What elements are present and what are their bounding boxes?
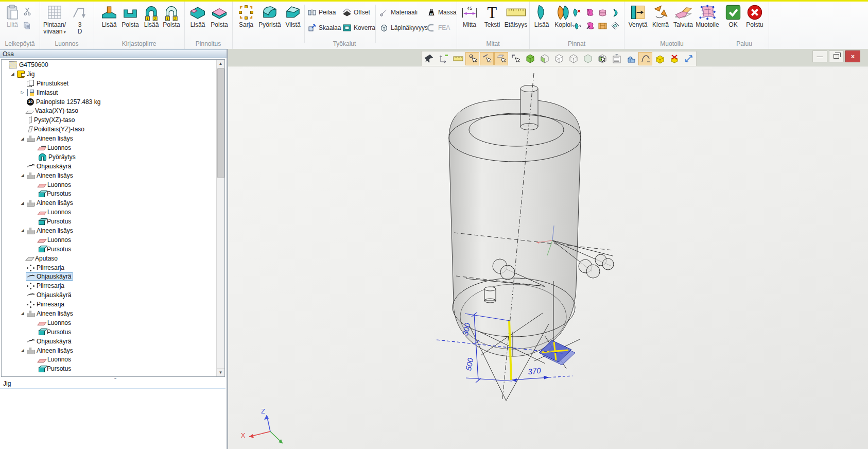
mass-button[interactable]: 10 Massa [427, 6, 456, 19]
mirror-button[interactable]: Peilaa [307, 6, 336, 19]
tree-item[interactable]: Vaaka(XY)-taso [2, 106, 217, 115]
tree-item[interactable]: Piirresarja [2, 300, 217, 309]
fea-button[interactable]: FEA [427, 21, 450, 34]
wireframe-view-button[interactable] [552, 52, 566, 65]
tree-item[interactable]: ◢ Aineen lisäys [2, 346, 217, 355]
tree-expander[interactable]: ▷ [19, 90, 26, 95]
scroll-up-icon[interactable]: ▲ [217, 60, 224, 67]
surface-patch-icon[interactable] [598, 21, 607, 31]
scroll-down-icon[interactable]: ▼ [217, 368, 224, 376]
tree-item[interactable]: Ohjauskäyrä [2, 290, 217, 300]
snap-plane-button[interactable] [494, 52, 508, 65]
tree-item[interactable]: Luonnos [2, 143, 217, 152]
tree-item[interactable]: ◢ Aineen lisäys [2, 171, 217, 180]
coating-add-button[interactable]: Lisää [187, 4, 208, 36]
tree-expander[interactable]: ◢ [19, 173, 26, 178]
dim-370-label[interactable]: 370 [528, 366, 542, 376]
coating-remove-button[interactable]: Poista [209, 4, 230, 36]
part-view-button[interactable] [624, 52, 638, 65]
vessel-model[interactable] [449, 85, 581, 357]
tree-item[interactable]: Pysty(XZ)-taso [2, 115, 217, 125]
tree-item[interactable]: ◢ Aineen lisäys [2, 198, 217, 208]
pin-button[interactable] [422, 52, 436, 65]
tree-item[interactable]: Pursotus [2, 189, 217, 198]
stretch-button[interactable]: Venytä [627, 4, 649, 36]
tree-item[interactable]: Luonnos [2, 318, 217, 327]
tree-item[interactable]: ◢ Aineen lisäys [2, 309, 217, 318]
tree-item[interactable]: Ohjauskäyrä [2, 272, 217, 281]
dim-500-label[interactable]: 500 [464, 357, 475, 371]
shaded-edges-view-button[interactable] [537, 52, 551, 65]
dimension-button[interactable]: 45 Mitta [458, 4, 481, 36]
tree-item[interactable]: ◢ Aineen lisäys [2, 226, 217, 235]
surface-delete-icon[interactable] [572, 8, 582, 18]
close-button[interactable]: × [845, 50, 860, 62]
tree-expander[interactable]: ◢ [19, 348, 26, 353]
3d-viewport[interactable]: 300 500 370 Z X [228, 66, 868, 449]
surface-add-button[interactable]: Lisää [531, 4, 552, 36]
snap-point-button[interactable] [465, 52, 479, 65]
library-remove2-button[interactable]: 12 Poista [161, 4, 182, 36]
restore-button[interactable] [829, 50, 844, 62]
library-remove-button[interactable]: Poista [119, 4, 141, 36]
tree-item[interactable]: Aputaso [2, 254, 217, 263]
bend-button[interactable]: Taivuta [671, 4, 695, 36]
minimize-button[interactable]: — [812, 50, 827, 62]
section-off-button[interactable] [667, 52, 681, 65]
tree-expander[interactable]: ◢ [19, 228, 26, 233]
tree-item[interactable]: Luonnos [2, 180, 217, 189]
tree-item[interactable]: ◢ Jig [2, 70, 217, 79]
library-add2-button[interactable]: 12 Lisää [141, 4, 162, 36]
measure-button[interactable] [437, 52, 450, 65]
cut-icon[interactable] [23, 7, 32, 16]
tree-item[interactable]: ▷ Ilmiasut [2, 88, 217, 97]
concave-button[interactable]: Koverra [342, 21, 375, 34]
tree-item[interactable]: Piirustukset [2, 79, 217, 88]
tree-item[interactable]: Pyöräytys [2, 152, 217, 162]
tree-item[interactable]: Pursotus [2, 245, 217, 254]
distance-button[interactable]: Etäisyys [504, 4, 528, 36]
sketch-3d-button[interactable]: 3D [71, 4, 89, 36]
tree-item[interactable]: Piirresarja [2, 281, 217, 290]
text-button[interactable]: T Teksti [481, 4, 504, 36]
rotate-button[interactable]: Kierrä [650, 4, 671, 36]
tree-item[interactable]: Luonnos [2, 355, 217, 365]
tree-item[interactable]: Painopiste 1257.483 kg [2, 97, 217, 107]
hidden-line-view-button[interactable] [566, 52, 580, 65]
paste-button[interactable]: Liitä [2, 4, 23, 36]
tree-item[interactable]: Pursotus [2, 217, 217, 226]
pick-element-button[interactable] [509, 52, 523, 65]
fillet-button[interactable]: Pyöristä [257, 4, 283, 36]
ruler-button[interactable] [451, 52, 465, 65]
surface-extend-icon[interactable] [598, 8, 607, 18]
to-surface-line-button[interactable]: Pintaan/viivaan ▾ [41, 4, 68, 36]
tree-item[interactable]: Poikittais(YZ)-taso [2, 125, 217, 134]
tree-item[interactable]: Ohjauskäyrä [2, 162, 217, 171]
select-face-button[interactable] [595, 52, 609, 65]
offset-button[interactable]: Offset [342, 6, 370, 19]
morph-button[interactable]: Muotoile [696, 4, 719, 36]
tree-item[interactable]: Luonnos [2, 208, 217, 217]
ghost-view-button[interactable] [581, 52, 595, 65]
ok-button[interactable]: OK [724, 4, 742, 36]
guide-curve-button[interactable] [638, 52, 652, 65]
snap-line-button[interactable] [480, 52, 494, 65]
transparency-button[interactable]: Läpinäkyvyys [379, 21, 428, 34]
tree-item[interactable]: Pursotus [2, 327, 217, 337]
surface-trim-icon[interactable] [585, 8, 595, 18]
tree-scrollbar[interactable]: ▲ ▼ [216, 60, 224, 376]
tree-expander[interactable]: ◢ [9, 72, 16, 76]
scrollbar-thumb[interactable] [217, 68, 224, 178]
tree-expander[interactable]: ◢ [19, 201, 26, 205]
tree-item[interactable]: G4T50600 [2, 60, 217, 70]
tree-item[interactable]: Piirresarja [2, 263, 217, 272]
surface-flip-icon[interactable] [611, 8, 620, 18]
chamfer-button[interactable]: Viistä [283, 4, 303, 36]
surface-move-icon[interactable] [572, 21, 582, 31]
series-button[interactable]: Sarja [235, 4, 257, 36]
tree-item[interactable]: Luonnos [2, 235, 217, 245]
tree-expander[interactable]: ◢ [19, 136, 26, 141]
exit-button[interactable]: Poistu [744, 4, 766, 36]
copy-icon[interactable] [23, 21, 32, 30]
tree-expander[interactable]: ◢ [19, 311, 26, 316]
